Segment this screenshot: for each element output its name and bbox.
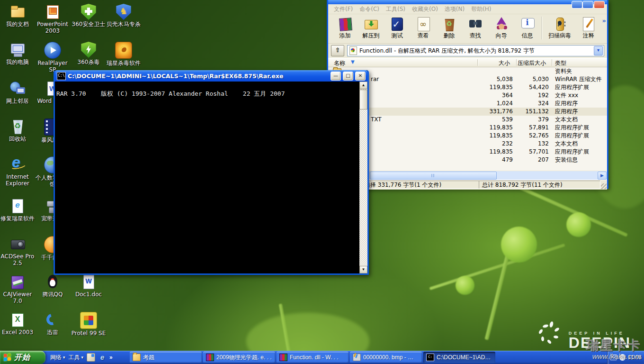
scrollbar-thumb[interactable] <box>370 172 497 180</box>
quicklaunch-网络[interactable]: 网络▾ <box>50 354 65 362</box>
file-row[interactable]: 232132文本文档 <box>328 140 607 148</box>
desktop-icon-lion[interactable]: 瑞星杀毒软件 <box>106 42 141 66</box>
close-button[interactable]: ✕ <box>355 72 366 81</box>
menu-item[interactable]: 命令(C) <box>357 4 382 14</box>
toolbar-button-wizard[interactable]: 向导 <box>488 15 514 40</box>
column-divider[interactable] <box>552 59 553 66</box>
file-row[interactable]: 479207安装信息 <box>328 156 607 164</box>
taskbar-task-button[interactable]: 考题 <box>130 352 202 363</box>
toolbar-button-comment[interactable]: 注释 <box>575 15 601 40</box>
desktop-icon-recycle[interactable]: 回收站 <box>0 118 35 142</box>
desktop-icon-network[interactable]: 网上邻居 <box>0 81 35 104</box>
column-divider[interactable] <box>516 59 517 66</box>
toolbar-button-add[interactable]: 添加 <box>332 15 358 40</box>
menu-item[interactable]: 工具(S) <box>383 4 408 14</box>
vertical-scrollbar[interactable]: ▲ ▼ <box>359 82 367 273</box>
desktop-icon-excel[interactable]: Excel 2003 <box>0 312 35 336</box>
toolbar-button-scan[interactable]: 扫描病毒 <box>544 15 575 40</box>
file-size: 364 <box>502 91 513 100</box>
keyboard-layout-icon[interactable] <box>610 355 617 360</box>
quicklaunch-overflow-icon[interactable]: » <box>109 354 113 361</box>
desktop-icon-thunder[interactable]: 迅雷 <box>35 312 70 336</box>
menu-item[interactable]: 帮助(H) <box>468 4 494 14</box>
toolbar-button-find[interactable]: 查找 <box>462 15 488 40</box>
combobox-dropdown-icon[interactable]: ▾ <box>594 46 603 55</box>
taskbar-task-button[interactable]: C:C:\DOCUME~1\ADMI. . . <box>423 352 495 363</box>
maximize-button[interactable] <box>582 1 593 9</box>
desktop-icon-shield-gplus[interactable]: 360安全卫士 <box>71 4 106 27</box>
console-output[interactable]: RAR 3.70 版权 (C) 1993-2007 Alexander Rosh… <box>55 82 367 273</box>
column-divider[interactable] <box>477 59 478 66</box>
doc-repair-icon <box>9 198 26 214</box>
show-desktop-icon[interactable] <box>87 353 95 362</box>
up-one-level-button[interactable]: ⇧ <box>331 45 344 56</box>
file-row[interactable]: TXT539379文本文档 <box>328 116 607 124</box>
file-row[interactable]: 119,83554,420应用程序扩展 <box>328 83 607 91</box>
column-header-packed[interactable]: 压缩后大小 <box>518 59 546 67</box>
toolbar-button-extract[interactable]: 解压到 <box>358 15 384 40</box>
close-button[interactable] <box>594 1 605 9</box>
file-row[interactable]: rar5,0385,030WinRAR 压缩文件 <box>328 75 607 83</box>
column-header-name[interactable]: 名称 <box>334 59 345 67</box>
taskbar-task-button[interactable]: 2009物理光学题. e. . . <box>203 352 275 363</box>
toolbar-button-delete[interactable]: 删除 <box>436 15 462 40</box>
console-titlebar[interactable]: C:\ C:\DOCUME~1\ADMINI~1\LOCALS~1\Temp\R… <box>55 70 367 82</box>
desktop-icon-cajviewer[interactable]: CAJViewer 7.0 <box>0 274 35 304</box>
toolbar-button-test[interactable]: 测试 <box>384 15 410 40</box>
file-name: TXT <box>371 116 382 124</box>
taskbar-task-button[interactable]: Function. dll - W. . . <box>277 352 349 363</box>
file-row[interactable]: 364192文件 xxx <box>328 91 607 100</box>
file-row[interactable]: 119,83557,701应用程序扩展 <box>328 148 607 156</box>
console-window: C:\ C:\DOCUME~1\ADMINI~1\LOCALS~1\Temp\R… <box>54 70 369 275</box>
file-row[interactable]: 资料夹 <box>328 67 607 75</box>
desktop-icon-folder-docs[interactable]: 我的文档 <box>0 4 35 27</box>
desktop-icon-doc-repair[interactable]: 修复瑞星软件 <box>0 198 35 222</box>
desktop-icon-camera[interactable]: ACDSee Pro 2.5 <box>0 236 35 266</box>
desktop-icon-shield-blue[interactable]: 贝壳木马专杀 <box>106 4 141 27</box>
file-row[interactable]: 119,83552,765应用程序扩展 <box>328 132 607 140</box>
scroll-down-icon[interactable]: ▼ <box>359 266 367 273</box>
file-packed-size: 54,420 <box>529 83 549 91</box>
resize-grip[interactable] <box>601 183 607 189</box>
scroll-up-icon[interactable]: ▲ <box>359 82 367 89</box>
desktop-icon-shield-green2[interactable]: 360杀毒 <box>71 42 106 65</box>
quicklaunch-工具[interactable]: 工具▾ <box>69 354 84 362</box>
menu-item[interactable]: 收藏夹(O) <box>409 4 441 14</box>
maximize-button[interactable]: □ <box>343 72 353 81</box>
column-header-type[interactable]: 类型 <box>555 59 566 67</box>
toolbar-overflow-icon[interactable]: » <box>602 17 606 24</box>
file-row[interactable]: 1,024324应用程序 <box>328 100 607 108</box>
toolbar-button-view[interactable]: 查看 <box>410 15 436 40</box>
start-button[interactable]: 开始 <box>0 351 45 364</box>
toolbar-button-label: 扫描病毒 <box>545 32 575 40</box>
desktop-icon-computer[interactable]: 我的电脑 <box>0 42 35 65</box>
chevron-down-icon: ▾ <box>81 355 84 360</box>
scroll-right-icon[interactable]: ▶ <box>598 172 607 180</box>
winrar-titlebar[interactable] <box>328 0 607 4</box>
horizontal-scrollbar[interactable]: ▶ <box>328 171 607 180</box>
minimize-button[interactable] <box>572 1 582 9</box>
toolbar-button-info[interactable]: 信息 <box>514 15 540 40</box>
column-header-size[interactable]: 大小 <box>499 59 510 67</box>
desktop-icon-protel[interactable]: Protel 99 SE <box>71 312 106 337</box>
internet-explorer-icon[interactable]: e <box>98 354 106 361</box>
desktop-icon-powerpoint[interactable]: PowerPoint 2003 <box>35 4 70 34</box>
protel-icon <box>80 312 97 329</box>
shield-blue-icon <box>116 4 132 20</box>
archive-path-combobox[interactable]: Function.dll - 自解压格式 RAR 压缩文件, 解包大小为 818… <box>347 45 604 56</box>
scrollbar-thumb[interactable] <box>359 90 367 109</box>
taskbar-task-button[interactable]: 00000000. bmp - 画图 <box>350 352 422 363</box>
file-row[interactable]: 331,776151,132应用程序 <box>328 108 607 116</box>
menu-item[interactable]: 文件(F) <box>331 4 356 14</box>
desktop-icon-worddoc[interactable]: Doc1.doc <box>71 274 106 298</box>
desktop-icon-label: ACDSee Pro 2.5 <box>0 253 35 266</box>
desktop-icon-realplayer[interactable]: RealPlayer SP <box>35 42 70 73</box>
desktop-icon-label: 迅雷 <box>35 329 70 336</box>
desktop-icon-ie[interactable]: Internet Explorer <box>0 156 35 187</box>
desktop-icon-qq[interactable]: 腾讯QQ <box>35 274 70 298</box>
file-row[interactable]: 119,83557,891应用程序扩展 <box>328 124 607 132</box>
menu-item[interactable]: 选项(N) <box>442 4 467 14</box>
hide-icons-chevron-icon[interactable]: ‹ <box>619 354 625 361</box>
minimize-button[interactable]: — <box>331 72 341 81</box>
file-type: 应用程序扩展 <box>555 148 589 156</box>
